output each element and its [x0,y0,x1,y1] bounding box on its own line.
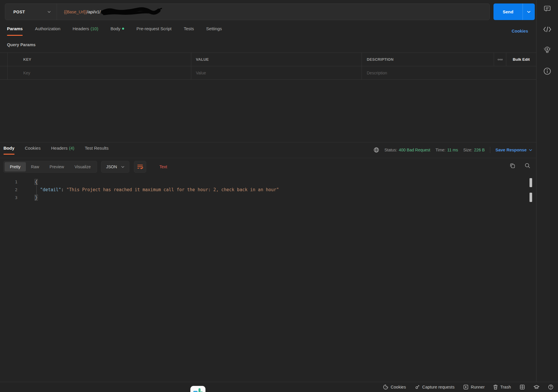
chevron-down-icon [47,11,51,13]
save-response-button[interactable]: Save Response [496,148,532,152]
headers-count-badge: (10) [90,26,98,31]
row-gutter [0,53,8,66]
code-line: 1 { [0,178,529,186]
response-tabs-divider [0,158,536,158]
three-dots-icon [498,59,503,60]
runner-icon [463,384,468,390]
view-visualize-button[interactable]: Visualize [69,162,96,171]
response-headers-count-badge: (4) [69,146,74,151]
request-url-bar: POST {{Base_Url}}/api/v1/ [5,3,490,20]
code-line: 2 "detail": "This Project has reached it… [0,186,529,194]
description-input[interactable]: Description [362,66,536,79]
runner-button[interactable]: Runner [463,384,485,390]
key-input[interactable]: Key [8,66,191,79]
row-gutter [0,66,8,79]
value-input[interactable]: Value [191,66,362,79]
query-params-title: Query Params [7,42,35,47]
divider [490,147,490,153]
response-section-divider [0,142,536,142]
view-raw-button[interactable]: Raw [26,162,44,171]
response-tab-body[interactable]: Body [3,146,15,155]
response-view-toolbar: Pretty Raw Preview Visualize JSON Text [3,160,167,173]
redacted-url-scribble [101,7,164,17]
more-actions-button[interactable] [494,53,506,66]
panel-layout-button[interactable] [520,384,525,390]
copy-button[interactable] [509,163,515,169]
capture-requests-icon [415,384,420,390]
query-params-table: KEY VALUE DESCRIPTION Bulk Edit Key Valu… [0,53,536,80]
capture-requests-button[interactable]: Capture requests [415,384,455,390]
json-string-value: "This Project has reached it maximum cal… [66,187,279,192]
format-select[interactable]: JSON [101,161,129,173]
view-pretty-button[interactable]: Pretty [5,162,26,171]
tab-tests[interactable]: Tests [184,26,194,36]
json-line: "detail": "This Project has reached it m… [35,187,279,192]
tab-body[interactable]: Body [110,26,124,36]
footer-cookies-button[interactable]: Cookies [383,384,406,390]
help-button[interactable] [548,384,553,390]
send-options-chevron-icon[interactable] [523,3,535,20]
method-select[interactable]: POST [5,4,57,20]
tab-authorization[interactable]: Authorization [35,26,60,36]
right-sidebar [536,0,558,382]
bracket-guide-line [36,185,37,198]
help-icon [548,384,553,390]
response-meta-row: Status: 400 Bad Request Time: 11 ms Size… [373,146,532,154]
lightbulb-tips-button[interactable] [543,45,552,55]
search-button[interactable] [525,163,530,169]
status-bar: Cookies Capture requests Runner [0,382,558,392]
column-header-value: VALUE [191,53,362,66]
method-label: POST [13,10,25,14]
chevron-down-icon [529,149,532,151]
slack-dock-icon[interactable] [190,386,205,392]
copy-icon [509,163,515,169]
tab-settings[interactable]: Settings [206,26,222,36]
time-field: Time: 11 ms [436,148,458,152]
globe-icon[interactable] [373,147,379,153]
response-tab-headers[interactable]: Headers(4) [51,146,74,155]
json-key: "detail" [40,187,61,192]
scroll-indicator [530,178,532,187]
search-icon [525,163,530,169]
info-button[interactable] [543,67,552,76]
column-header-key: KEY [8,53,191,66]
bulk-edit-button[interactable]: Bulk Edit [506,53,536,66]
tab-headers[interactable]: Headers(10) [73,26,98,36]
graduation-cap-icon [534,385,539,390]
grid-layout-icon [520,384,525,390]
url-variable: {{Base_Url}} [64,10,87,14]
send-label: Send [493,3,523,20]
response-tab-test-results[interactable]: Test Results [85,146,109,155]
body-modified-dot [122,28,124,30]
code-snippet-button[interactable] [543,26,552,33]
time-value: 11 ms [447,148,458,152]
training-button[interactable] [534,385,539,390]
url-input[interactable]: {{Base_Url}}/api/v1/ [57,4,489,20]
view-preview-button[interactable]: Preview [44,162,69,171]
size-value: 226 B [474,148,485,152]
url-path: /api/v1/ [87,10,101,14]
cookies-link[interactable]: Cookies [512,29,528,33]
wrap-text-button[interactable] [134,161,146,173]
postman-window: POST {{Base_Url}}/api/v1/ Send Params Au… [0,0,558,392]
tab-pre-request-script[interactable]: Pre-request Script [136,26,171,36]
response-tool-icons [509,163,530,169]
table-row: Key Value Description [0,66,536,79]
tab-params[interactable]: Params [7,26,23,36]
cookie-icon [383,384,388,390]
trash-button[interactable]: Trash [493,384,511,390]
size-field: Size: 226 B [463,148,485,152]
response-tab-cookies[interactable]: Cookies [25,146,41,155]
text-format-indicator: Text [160,164,167,169]
view-mode-segmented-control: Pretty Raw Preview Visualize [3,161,97,173]
open-brace: { [35,179,37,185]
table-header-row: KEY VALUE DESCRIPTION Bulk Edit [0,53,536,66]
response-tabs: Body Cookies Headers(4) Test Results [3,146,108,155]
status-value: 400 Bad Request [399,148,430,152]
scroll-indicator [530,193,532,202]
send-button[interactable]: Send [493,3,535,20]
chevron-down-icon [121,166,124,168]
comments-button[interactable] [543,5,551,13]
response-body-code: 1 { 2 "detail": "This Project has reache… [0,178,529,201]
trash-icon [493,384,498,390]
